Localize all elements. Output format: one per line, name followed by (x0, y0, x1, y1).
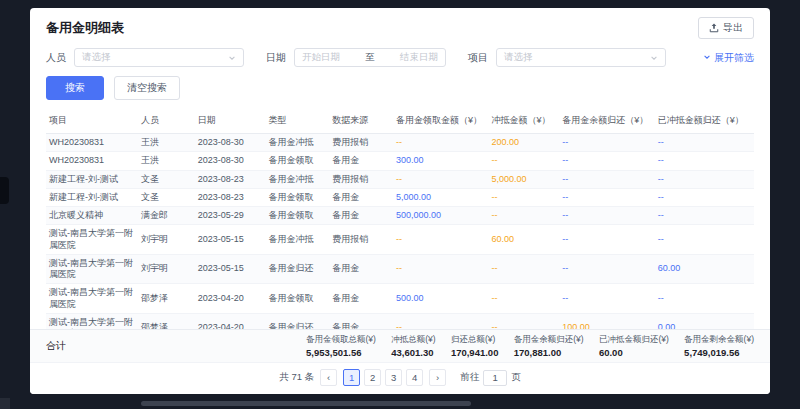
column-header: 冲抵金额（¥） (488, 108, 559, 134)
cell-project: 测试-南昌大学第一附属医院 (46, 284, 138, 314)
cell-received: 300.00 (393, 152, 489, 170)
goto-page-input[interactable] (483, 370, 507, 386)
cell-date: 2023-08-23 (195, 170, 266, 188)
cell-offset_return: 0.00 (655, 313, 754, 329)
column-header: 日期 (195, 108, 266, 134)
project-select[interactable]: 请选择 (496, 48, 666, 67)
panel-header: 备用金明细表 导出 (30, 8, 770, 44)
cell-offset_return: -- (655, 152, 754, 170)
cell-received: 500,000.00 (393, 207, 489, 225)
cell-balance_return: -- (559, 207, 655, 225)
page-button-2[interactable]: 2 (364, 369, 381, 386)
cell-received: 500.00 (393, 284, 489, 314)
scrollbar-corner (0, 398, 10, 409)
table-row: 新建工程-刘-测试文圣2023-08-23备用金冲抵费用报销--5,000.00… (46, 170, 754, 188)
goto-page: 前往 页 (460, 370, 521, 386)
cell-offset_return: -- (655, 207, 754, 225)
table-row: 测试-南昌大学第一附属医院刘宇明2023-05-15备用金冲抵费用报销--60.… (46, 225, 754, 255)
cell-source: 费用报销 (329, 170, 393, 188)
expand-filters-label: 展开筛选 (714, 51, 754, 65)
cell-type: 备用金领取 (265, 284, 329, 314)
cell-source: 费用报销 (329, 225, 393, 255)
column-header: 类型 (265, 108, 329, 134)
prev-page-button[interactable]: ‹ (320, 369, 337, 386)
cell-balance_return: 100.00 (559, 313, 655, 329)
summary-item: 备用金领取总额(¥)5,953,501.56 (306, 334, 376, 358)
search-button[interactable]: 搜索 (46, 76, 104, 100)
table-row: 新建工程-刘-测试文圣2023-08-23备用金领取备用金5,000.00---… (46, 188, 754, 206)
summary-item: 备用金余额归还(¥)170,881.00 (514, 334, 584, 358)
cell-project: 测试-南昌大学第一附属医院 (46, 313, 138, 329)
page-button-1[interactable]: 1 (343, 369, 360, 386)
cell-type: 备用金冲抵 (265, 134, 329, 152)
table-row: WH20230831王洪2023-08-30备用金领取备用金300.00----… (46, 152, 754, 170)
pager: 1234 (343, 369, 423, 386)
cell-offset_return: -- (655, 188, 754, 206)
date-filter-label: 日期 (266, 51, 286, 65)
cell-received: -- (393, 225, 489, 255)
cell-project: 测试-南昌大学第一附属医院 (46, 254, 138, 284)
cell-type: 备用金归还 (265, 313, 329, 329)
cell-project: WH20230831 (46, 134, 138, 152)
cell-balance_return: -- (559, 170, 655, 188)
cell-received: -- (393, 134, 489, 152)
cell-offset: -- (488, 152, 559, 170)
table-header-row: 项目人员日期类型数据来源备用金领取金额（¥）冲抵金额（¥）备用金余额归还（¥）已… (46, 108, 754, 134)
cell-balance_return: -- (559, 188, 655, 206)
cell-date: 2023-05-29 (195, 207, 266, 225)
cell-date: 2023-08-30 (195, 134, 266, 152)
cell-person: 文圣 (138, 170, 195, 188)
column-header: 人员 (138, 108, 195, 134)
cell-type: 备用金领取 (265, 207, 329, 225)
cell-project: WH20230831 (46, 152, 138, 170)
cell-type: 备用金冲抵 (265, 170, 329, 188)
main-panel: 备用金明细表 导出 人员 请选择 日期 (30, 8, 770, 394)
data-table: 项目人员日期类型数据来源备用金领取金额（¥）冲抵金额（¥）备用金余额归还（¥）已… (30, 108, 770, 329)
cell-project: 测试-南昌大学第一附属医院 (46, 225, 138, 255)
project-select-placeholder: 请选择 (504, 51, 533, 64)
cell-source: 备用金 (329, 188, 393, 206)
cell-source: 备用金 (329, 207, 393, 225)
expand-filters-link[interactable]: 展开筛选 (703, 51, 754, 65)
date-separator: 至 (365, 51, 375, 64)
page-button-3[interactable]: 3 (385, 369, 402, 386)
clear-search-button[interactable]: 清空搜索 (114, 76, 180, 100)
summary-total-label: 合计 (46, 339, 306, 353)
person-filter-label: 人员 (46, 51, 66, 65)
cell-offset: -- (488, 254, 559, 284)
cell-balance_return: -- (559, 284, 655, 314)
cell-offset: 5,000.00 (488, 170, 559, 188)
export-button[interactable]: 导出 (698, 17, 754, 39)
column-header: 数据来源 (329, 108, 393, 134)
person-select-placeholder: 请选择 (82, 51, 111, 64)
cell-received: -- (393, 313, 489, 329)
summary-item: 冲抵总额(¥)43,601.30 (391, 334, 435, 358)
page-button-4[interactable]: 4 (406, 369, 423, 386)
export-label: 导出 (723, 21, 743, 35)
table-row: WH20230831王洪2023-08-30备用金冲抵费用报销--200.00-… (46, 134, 754, 152)
summary-item: 备用金剩余金额(¥)5,749,019.56 (684, 334, 754, 358)
person-select[interactable]: 请选择 (74, 48, 244, 67)
drawer-handle[interactable] (0, 177, 9, 204)
summary-row: 合计 备用金领取总额(¥)5,953,501.56冲抵总额(¥)43,601.3… (30, 329, 770, 362)
cell-project: 新建工程-刘-测试 (46, 188, 138, 206)
table-row: 测试-南昌大学第一附属医院邵梦泽2023-04-20备用金归还备用金----10… (46, 313, 754, 329)
cell-offset_return: -- (655, 225, 754, 255)
cell-type: 备用金归还 (265, 254, 329, 284)
cell-date: 2023-08-23 (195, 188, 266, 206)
next-page-button[interactable]: › (429, 369, 446, 386)
cell-received: -- (393, 254, 489, 284)
cell-offset_return: -- (655, 284, 754, 314)
column-header: 已冲抵金额归还（¥） (655, 108, 754, 134)
date-range-picker[interactable]: 开始日期 至 结束日期 (294, 48, 446, 67)
cell-offset_return: -- (655, 134, 754, 152)
horizontal-scrollbar[interactable] (141, 401, 471, 406)
table-row: 测试-南昌大学第一附属医院刘宇明2023-05-15备用金归还备用金------… (46, 254, 754, 284)
project-filter-label: 项目 (468, 51, 488, 65)
project-filter: 项目 请选择 (468, 48, 666, 67)
column-header: 备用金余额归还（¥） (559, 108, 655, 134)
cell-person: 王洪 (138, 134, 195, 152)
cell-source: 备用金 (329, 313, 393, 329)
cell-person: 邵梦泽 (138, 284, 195, 314)
table-body: WH20230831王洪2023-08-30备用金冲抵费用报销--200.00-… (46, 134, 754, 330)
